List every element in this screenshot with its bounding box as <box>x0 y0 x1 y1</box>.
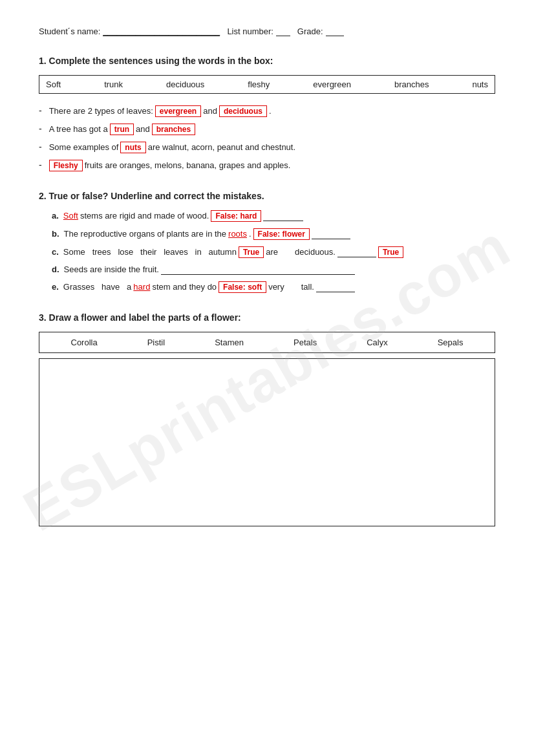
sentence-3-before: Some examples of <box>49 142 119 152</box>
item-a-text: stems are rigid and made of wood. <box>80 211 209 221</box>
item-e-text3: very <box>268 282 284 292</box>
item-d-text: Seeds are inside the fruit. <box>64 265 159 274</box>
answer-fleshy: Fleshy <box>49 160 83 171</box>
underline-soft: Soft <box>63 211 78 221</box>
sentence-1: - There are 2 types of leaves: evergreen… <box>39 105 495 117</box>
section2-title: 2. True or false? Underline and correct … <box>39 191 495 201</box>
sentence-3: - Some examples of nuts are walnut, acor… <box>39 142 495 153</box>
word-nuts: nuts <box>472 80 488 89</box>
students-name-label: Student´s name: <box>39 27 100 36</box>
letter-e: e. <box>52 282 59 292</box>
dash-3: - <box>39 142 42 152</box>
flower-label-box: Corolla Pistil Stamen Petals Calyx Sepal… <box>39 332 495 353</box>
blank-a[interactable] <box>263 211 303 221</box>
answer-nuts: nuts <box>120 142 145 153</box>
underline-roots: roots <box>228 229 247 239</box>
blank-b[interactable] <box>312 229 350 239</box>
section2: 2. True or false? Underline and correct … <box>39 191 495 293</box>
word-box: Soft trunk deciduous fleshy evergreen br… <box>39 75 495 94</box>
students-name-field[interactable]: _________________________ <box>103 26 220 36</box>
answer-false-hard: False: hard <box>211 210 261 222</box>
sentence-2-before: A tree has got a <box>49 124 108 134</box>
grade-label: Grade: <box>297 27 323 36</box>
answer-false-flower: False: flower <box>253 228 310 240</box>
answer-evergreen: evergreen <box>155 105 201 117</box>
item-c-text: Some trees lose their leaves in autumn <box>63 247 237 257</box>
word-soft: Soft <box>46 80 61 89</box>
blank-c1[interactable] <box>337 247 376 257</box>
section1: 1. Complete the sentences using the word… <box>39 56 495 171</box>
label-stamen: Stamen <box>215 338 244 347</box>
underline-hard: hard <box>133 282 150 292</box>
dash-1: - <box>39 105 42 116</box>
word-fleshy: fleshy <box>248 80 270 89</box>
tf-item-b: b. The reproductive organs of plants are… <box>52 228 495 240</box>
word-deciduous: deciduous <box>166 80 204 89</box>
word-trunk: trunk <box>104 80 123 89</box>
label-petals: Petals <box>294 338 317 347</box>
tf-item-c: c. Some trees lose their leaves in autum… <box>52 246 495 258</box>
section3: 3. Draw a flower and label the parts of … <box>39 312 495 526</box>
list-number-label: List number: <box>227 27 273 36</box>
label-sepals: Sepals <box>438 338 464 347</box>
word-evergreen: evergreen <box>313 80 351 89</box>
header-line: Student´s name: ________________________… <box>39 26 495 36</box>
tf-item-e: e. Grasses have a hard stem and they do … <box>52 281 495 293</box>
item-c-deciduous: deciduous. <box>295 247 336 257</box>
letter-b: b. <box>52 229 59 239</box>
letter-c: c. <box>52 247 59 257</box>
answer-true-c: True <box>239 246 264 258</box>
section3-title: 3. Draw a flower and label the parts of … <box>39 312 495 323</box>
item-e-text1: Grasses have a <box>63 282 132 292</box>
section1-title: 1. Complete the sentences using the word… <box>39 56 495 66</box>
tf-item-d: d. Seeds are inside the fruit. <box>52 265 495 275</box>
item-b-text-before: The reproductive organs of plants are in… <box>64 229 226 239</box>
list-number-field[interactable] <box>276 26 290 36</box>
sentences-list: - There are 2 types of leaves: evergreen… <box>39 105 495 171</box>
grade-field[interactable] <box>326 26 345 36</box>
answer-true-c2: True <box>378 246 403 258</box>
sentence-1-period: . <box>269 106 272 116</box>
true-false-list: a. Soft stems are rigid and made of wood… <box>39 210 495 293</box>
blank-d[interactable] <box>161 265 355 275</box>
draw-area[interactable] <box>39 358 495 526</box>
letter-a: a. <box>52 211 59 221</box>
sentence-2: - A tree has got a trun and branches <box>39 124 495 135</box>
dash-2: - <box>39 124 42 134</box>
blank-e[interactable] <box>316 282 355 292</box>
label-pistil: Pistil <box>147 338 165 347</box>
word-branches: branches <box>394 80 429 89</box>
answer-trunk: trun <box>110 124 134 135</box>
dash-4: - <box>39 160 42 170</box>
label-calyx: Calyx <box>367 338 388 347</box>
sentence-1-before: There are 2 types of leaves: <box>49 106 153 116</box>
tf-item-a: a. Soft stems are rigid and made of wood… <box>52 210 495 222</box>
sentence-1-and: and <box>203 106 217 116</box>
answer-deciduous: deciduous <box>219 105 267 117</box>
label-corolla: Corolla <box>71 338 98 347</box>
sentence-2-and: and <box>136 124 150 134</box>
sentence-4: - Fleshy fruits are oranges, melons, ban… <box>39 160 495 171</box>
item-e-tall: tall. <box>301 282 314 292</box>
sentence-3-after: are walnut, acorn, peanut and chestnut. <box>148 142 295 152</box>
answer-branches: branches <box>152 124 195 135</box>
answer-false-soft: False: soft <box>219 281 266 293</box>
item-b-period: . <box>249 229 251 239</box>
item-e-text2: stem and they do <box>152 282 217 292</box>
letter-d: d. <box>52 265 59 274</box>
sentence-4-after: fruits are oranges, melons, banana, grap… <box>85 160 291 170</box>
item-c-are: are <box>266 247 278 257</box>
